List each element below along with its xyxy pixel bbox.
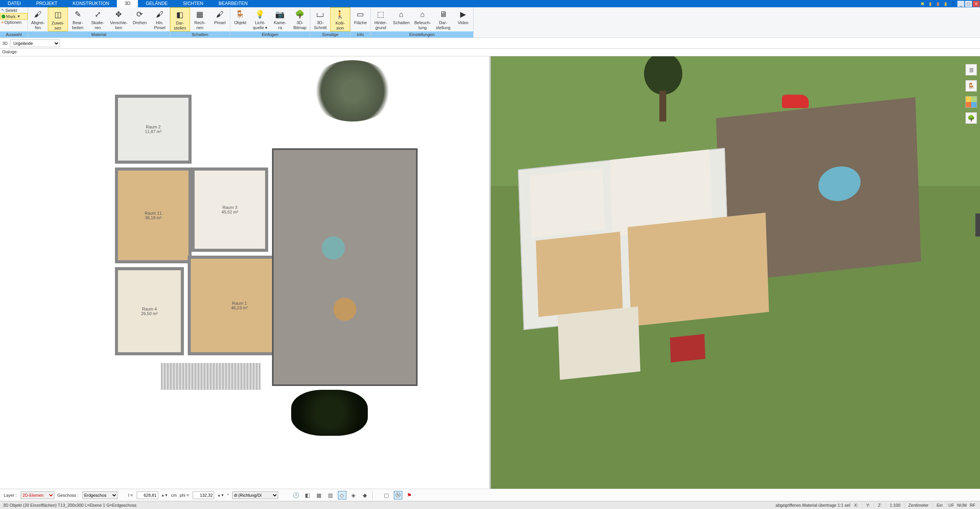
darstellen-button[interactable]: ◧Dar-stellen: [170, 7, 190, 31]
geschoss-label: Geschoss :: [57, 493, 79, 498]
length-input[interactable]: [137, 491, 158, 499]
room-3[interactable]: Raum 3 45,52 m²: [192, 167, 268, 252]
beleuchtung-button[interactable]: ⌂Beleuch-tung: [412, 7, 433, 31]
minimize-button[interactable]: _: [957, 1, 964, 7]
schatten-einst-icon: ⌂: [395, 9, 408, 20]
ribbon-btn-label: quelle ▾: [253, 25, 267, 30]
menu-projekt[interactable]: PROJEKT: [28, 0, 65, 7]
bt-tool-icon[interactable]: Ⓝ: [394, 491, 402, 499]
ribbon-group-label: Einstellungen: [371, 31, 473, 38]
menu-sichten[interactable]: SICHTEN: [175, 0, 211, 7]
room-2[interactable]: Raum 2 11,87 m²: [115, 95, 192, 164]
darstellung-button[interactable]: 🖥Dar-stellung: [433, 7, 453, 31]
ribbon-btn-label: Objekt: [234, 20, 246, 25]
ribbon-selection-panel: ↖Selekt Mark. ▾ +Optionen Auswahl: [0, 7, 28, 38]
bt-tool-icon[interactable]: ◇: [338, 491, 346, 499]
status-rf: RF: [968, 503, 977, 507]
bt-tool-icon[interactable]: ⚑: [405, 491, 414, 499]
menu-bearbeiten[interactable]: BEARBEITEN: [211, 0, 256, 7]
menu-3d[interactable]: 3D: [117, 0, 138, 7]
kollision-button[interactable]: 🚶Kolli-sion: [330, 7, 350, 31]
layers-icon[interactable]: ≣: [965, 64, 977, 76]
menu-konstruktion[interactable]: KONSTRUKTION: [65, 0, 117, 7]
geschoss-select[interactable]: Erdgeschos: [82, 491, 118, 499]
bt-tool-icon[interactable]: ◧: [303, 491, 312, 499]
dl-select[interactable]: dl (Richtung/Di: [232, 491, 278, 499]
titlebar-tool-icon[interactable]: ▮: [934, 1, 941, 7]
ribbon-btn-label: Pinsel: [214, 20, 226, 25]
titlebar-tool-icon[interactable]: ▮: [942, 1, 949, 7]
mark-tool[interactable]: Mark. ▾: [0, 13, 28, 20]
room-area: 36,18 m²: [145, 215, 161, 220]
clock-icon[interactable]: 🕐: [292, 491, 300, 499]
bt-tool-icon[interactable]: ▢: [382, 491, 391, 499]
bearbeiten-button[interactable]: ✎Bear-beiten: [68, 7, 88, 31]
material-swatch-icon[interactable]: [965, 96, 977, 108]
phi-label: phi =: [180, 493, 189, 498]
view-2d[interactable]: Raum 2 11,87 m² Raum 11 36,18 m² Raum 3 …: [0, 56, 491, 489]
hintergrund-button[interactable]: ⬚Hinter-grund: [371, 7, 391, 31]
titlebar-tool-icon[interactable]: ✖: [919, 1, 926, 7]
ribbon-btn-label: Pinsel: [154, 25, 166, 30]
menu-gelaende[interactable]: GELÄNDE: [138, 0, 175, 7]
plant-icon[interactable]: 🌳: [965, 112, 977, 124]
room-area: 46,23 m²: [231, 305, 247, 310]
ribbon-group-label: Einfügen: [230, 31, 310, 38]
bt-tool-icon[interactable]: ▦: [315, 491, 323, 499]
hin-pinsel-button[interactable]: 🖌Hin.Pinsel: [150, 7, 170, 31]
pinsel-button[interactable]: 🖌Pinsel: [210, 7, 230, 31]
flaeche-button[interactable]: ▭Fläche: [351, 7, 370, 31]
rechnen-button[interactable]: ▦Rech-nen: [190, 7, 210, 31]
skalieren-icon: ⤢: [92, 9, 104, 20]
status-center: abgegriffenes Material übertrage 1:1 sel: [775, 503, 850, 507]
verschieben-button[interactable]: ✥Verschie-ben: [108, 7, 130, 31]
ribbon-group: ⬚Hinter-grund⌂Schatten⌂Beleuch-tung🖥Dar-…: [371, 7, 474, 38]
bt-tool-icon[interactable]: ◈: [349, 491, 358, 499]
table-icon: [333, 298, 356, 321]
bt-tool-icon[interactable]: ▥: [326, 491, 335, 499]
objekt-button[interactable]: 🪑Objekt: [230, 7, 250, 31]
3d-schnitt-icon: ⌴: [314, 9, 326, 20]
ribbon: ↖Selekt Mark. ▾ +Optionen Auswahl 🖌Abgre…: [0, 7, 980, 38]
ribbon-btn-label: ra: [278, 25, 282, 30]
side-panel-toggle[interactable]: [975, 213, 980, 236]
lichtquelle-icon: 💡: [254, 9, 266, 20]
side-palette: ≣ 🪑 🌳: [965, 64, 978, 124]
schatten-einst-button[interactable]: ⌂Schatten: [391, 7, 412, 31]
selekt-tool[interactable]: ↖Selekt: [0, 7, 28, 13]
floor-plan: Raum 2 11,87 m² Raum 11 36,18 m² Raum 3 …: [107, 72, 444, 424]
skalieren-button[interactable]: ⤢Skalie-ren: [88, 7, 108, 31]
room-11[interactable]: Raum 11 36,18 m²: [115, 167, 192, 263]
help-icon[interactable]: ?: [950, 1, 957, 7]
3d-bitmap-button[interactable]: 🌳3D-Bitmap: [290, 7, 310, 31]
room-4[interactable]: Raum 4 26,50 m²: [115, 267, 184, 355]
3d-schnitt-button[interactable]: ⌴3D-Schnitt: [310, 7, 330, 31]
lichtquelle-button[interactable]: 💡Licht-quelle ▾: [250, 7, 270, 31]
ribbon-btn-label: Schnitt: [314, 25, 327, 30]
view-dropdown[interactable]: Urgelände: [10, 39, 60, 47]
zuweisen-button[interactable]: ◫Zuwei-sen: [48, 7, 68, 31]
ribbon-btn-label: Kame-: [274, 20, 286, 25]
close-button[interactable]: ×: [973, 1, 980, 7]
optionen-tool[interactable]: +Optionen: [0, 20, 28, 25]
drehen-button[interactable]: ⟳Drehen: [130, 7, 150, 31]
status-unit: Zentimeter: [904, 503, 932, 507]
terrace[interactable]: [272, 148, 418, 386]
view-3d[interactable]: ≣ 🪑 🌳: [491, 56, 980, 489]
furniture-icon[interactable]: 🪑: [965, 80, 977, 92]
ribbon-btn-label: Video: [458, 20, 469, 25]
video-button[interactable]: ▶Video: [453, 7, 473, 31]
maximize-button[interactable]: □: [965, 1, 972, 7]
abgreifen-button[interactable]: 🖌Abgrei-fen: [28, 7, 48, 31]
kamera-button[interactable]: 📷Kame-ra: [270, 7, 290, 31]
status-uf: UF: [947, 503, 956, 507]
bottom-toolbar: Layer : 2D-Elemen Geschoss : Erdgeschos …: [0, 489, 980, 501]
menu-datei[interactable]: DATEI: [0, 0, 28, 7]
layer-select[interactable]: 2D-Elemen: [21, 491, 54, 499]
room-label: Raum 1: [232, 301, 247, 305]
phi-input[interactable]: [193, 491, 214, 499]
cm-label: cm: [171, 493, 177, 498]
titlebar-tool-icon[interactable]: ▮: [927, 1, 934, 7]
ribbon-btn-label: Hinter-: [374, 20, 387, 25]
bt-tool-icon[interactable]: ◆: [361, 491, 369, 499]
